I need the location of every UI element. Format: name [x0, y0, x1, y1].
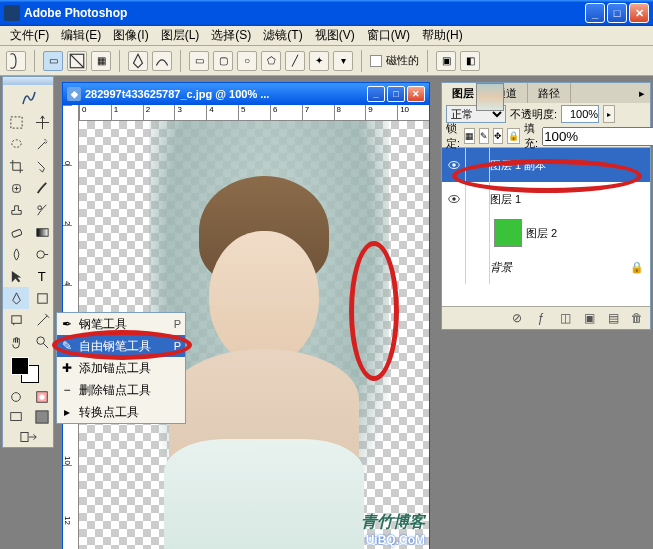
menu-layer[interactable]: 图层(L) [155, 25, 206, 46]
menu-file[interactable]: 文件(F) [4, 25, 55, 46]
heal-tool[interactable] [3, 177, 29, 199]
menu-filter[interactable]: 滤镜(T) [257, 25, 308, 46]
lock-pixels-icon[interactable]: ✎ [479, 128, 489, 144]
freeform-pen-icon[interactable] [152, 51, 172, 71]
dodge-tool[interactable] [29, 243, 55, 265]
layer-row[interactable]: 背景 🔒 [442, 250, 650, 284]
doc-minimize-button[interactable]: _ [367, 86, 385, 102]
tab-paths[interactable]: 路径 [528, 83, 571, 103]
path-add-icon[interactable]: ▣ [436, 51, 456, 71]
eraser-tool[interactable] [3, 221, 29, 243]
slice-tool[interactable] [29, 155, 55, 177]
polygon-shape-icon[interactable]: ⬠ [261, 51, 281, 71]
toolbox-header[interactable] [3, 77, 53, 85]
lock-transparency-icon[interactable]: ▦ [464, 128, 475, 144]
pen-tool-item[interactable]: ✒ 钢笔工具 P [57, 313, 185, 335]
visibility-icon[interactable] [442, 250, 466, 284]
history-brush-tool[interactable] [29, 199, 55, 221]
layer-thumbnail[interactable] [476, 83, 504, 111]
layer-thumbnail[interactable] [494, 219, 522, 247]
shape-layers-icon[interactable]: ▭ [43, 51, 63, 71]
menu-window[interactable]: 窗口(W) [361, 25, 416, 46]
path-select-tool[interactable] [3, 265, 29, 287]
minimize-button[interactable]: _ [585, 3, 605, 23]
visibility-icon[interactable] [442, 182, 466, 216]
new-group-icon[interactable]: ▣ [580, 310, 598, 326]
lasso-tool[interactable] [3, 133, 29, 155]
layer-name[interactable]: 背景 [490, 260, 630, 275]
line-shape-icon[interactable]: ╱ [285, 51, 305, 71]
layer-row[interactable]: 图层 2 [442, 216, 650, 250]
wand-tool[interactable] [29, 133, 55, 155]
fill-input[interactable] [542, 127, 653, 146]
doc-maximize-button[interactable]: □ [387, 86, 405, 102]
screen-full-icon[interactable] [29, 407, 55, 427]
menu-edit[interactable]: 编辑(E) [55, 25, 107, 46]
screen-standard-icon[interactable] [3, 407, 29, 427]
type-tool[interactable]: T [29, 265, 55, 287]
link-layers-icon[interactable]: ⊘ [508, 310, 526, 326]
geometry-options-icon[interactable]: ▾ [333, 51, 353, 71]
stamp-tool[interactable] [3, 199, 29, 221]
path-subtract-icon[interactable]: ◧ [460, 51, 480, 71]
gradient-tool[interactable] [29, 221, 55, 243]
custom-shape-icon[interactable]: ✦ [309, 51, 329, 71]
jump-to-imageready-icon[interactable] [3, 427, 55, 447]
link-cell[interactable] [466, 148, 490, 182]
tool-preset-icon[interactable] [6, 51, 26, 71]
layer-style-icon[interactable]: ƒ [532, 310, 550, 326]
layer-name[interactable]: 图层 2 [526, 226, 650, 241]
link-cell[interactable] [466, 250, 490, 284]
foreground-color[interactable] [11, 357, 29, 375]
opacity-input[interactable] [561, 105, 599, 123]
visibility-icon[interactable] [442, 216, 466, 250]
link-cell[interactable] [466, 216, 490, 250]
maximize-button[interactable]: □ [607, 3, 627, 23]
color-swatches[interactable] [3, 353, 53, 387]
blur-tool[interactable] [3, 243, 29, 265]
layer-name[interactable]: 图层 1 副本 [490, 158, 650, 173]
lock-position-icon[interactable]: ✥ [493, 128, 503, 144]
eyedropper-tool[interactable] [29, 309, 55, 331]
layer-name[interactable]: 图层 1 [490, 192, 650, 207]
layer-row[interactable]: 图层 1 [442, 182, 650, 216]
convert-point-item[interactable]: ▸ 转换点工具 [57, 401, 185, 423]
freeform-pen-item[interactable]: ✎ 自由钢笔工具 P [57, 335, 185, 357]
fill-pixels-icon[interactable]: ▦ [91, 51, 111, 71]
add-anchor-item[interactable]: ✚ 添加锚点工具 [57, 357, 185, 379]
zoom-tool[interactable] [29, 331, 55, 353]
quick-mask-icon[interactable] [29, 387, 55, 407]
hand-tool[interactable] [3, 331, 29, 353]
notes-tool[interactable] [3, 309, 29, 331]
move-tool[interactable] [29, 111, 55, 133]
marquee-tool[interactable] [3, 111, 29, 133]
ellipse-shape-icon[interactable]: ○ [237, 51, 257, 71]
layer-mask-icon[interactable]: ◫ [556, 310, 574, 326]
opacity-arrow-icon[interactable]: ▸ [603, 105, 615, 123]
shape-tool[interactable] [29, 287, 55, 309]
close-button[interactable]: ✕ [629, 3, 649, 23]
paths-icon[interactable] [67, 51, 87, 71]
link-cell[interactable] [466, 182, 490, 216]
delete-anchor-item[interactable]: − 删除锚点工具 [57, 379, 185, 401]
rrect-shape-icon[interactable]: ▢ [213, 51, 233, 71]
menu-select[interactable]: 选择(S) [205, 25, 257, 46]
crop-tool[interactable] [3, 155, 29, 177]
pen-icon[interactable] [128, 51, 148, 71]
panel-menu-icon[interactable]: ▸ [634, 83, 650, 103]
pen-tool[interactable] [3, 287, 29, 309]
lock-all-icon[interactable]: 🔒 [507, 128, 520, 144]
document-titlebar[interactable]: ◆ 282997t433625787_c.jpg @ 100% ... _ □ … [63, 83, 429, 105]
menu-image[interactable]: 图像(I) [107, 25, 154, 46]
rect-shape-icon[interactable]: ▭ [189, 51, 209, 71]
visibility-icon[interactable] [442, 148, 466, 182]
menu-view[interactable]: 视图(V) [309, 25, 361, 46]
new-layer-icon[interactable]: ▤ [604, 310, 622, 326]
magnetic-checkbox[interactable] [370, 55, 382, 67]
menu-help[interactable]: 帮助(H) [416, 25, 469, 46]
doc-close-button[interactable]: ✕ [407, 86, 425, 102]
brush-tool[interactable] [29, 177, 55, 199]
layer-row[interactable]: 图层 1 副本 [442, 148, 650, 182]
delete-layer-icon[interactable]: 🗑 [628, 310, 646, 326]
standard-mode-icon[interactable] [3, 387, 29, 407]
